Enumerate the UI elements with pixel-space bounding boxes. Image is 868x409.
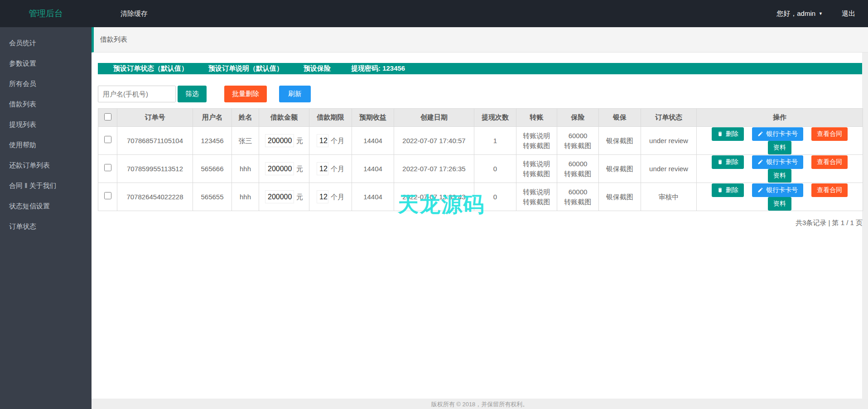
cell-created-date: 2022-07-07 17:26:35 — [394, 155, 474, 183]
sidebar-item-withdraw-list[interactable]: 提现列表 — [0, 114, 92, 135]
sidebar-item-repayment-orders[interactable]: 还款订单列表 — [0, 155, 92, 175]
header-operations: 操作 — [697, 109, 863, 127]
preset-order-description-link[interactable]: 预设订单说明（默认值） — [208, 64, 283, 73]
transfer-screenshot-link[interactable]: 转账截图 — [523, 142, 550, 149]
insurance-screenshot-link[interactable]: 转账截图 — [564, 170, 592, 178]
sidebar-nav: 会员统计 参数设置 所有会员 借款列表 提现列表 使用帮助 还款订单列表 合同 … — [0, 27, 92, 409]
app-brand[interactable]: 管理后台 — [0, 8, 92, 19]
sidebar-item-all-members[interactable]: 所有会员 — [0, 73, 92, 94]
content-panel: 预设订单状态（默认值） 预设订单说明（默认值） 预设保险 提现密码: 12345… — [92, 53, 862, 399]
bulk-delete-button[interactable]: 批量删除 — [224, 86, 267, 102]
transfer-screenshot-link[interactable]: 转账截图 — [523, 198, 550, 206]
loan-term-input[interactable]: 12 — [317, 190, 328, 203]
main-layout: 会员统计 参数设置 所有会员 借款列表 提现列表 使用帮助 还款订单列表 合同 … — [0, 27, 868, 409]
cell-username: 565666 — [193, 155, 232, 183]
select-all-checkbox[interactable] — [104, 113, 111, 120]
insurance-screenshot-link[interactable]: 转账截图 — [564, 142, 592, 149]
loan-amount-input[interactable]: 200000 — [265, 134, 294, 147]
header-select-all — [98, 109, 117, 127]
user-greeting-label: 您好，admin — [776, 10, 815, 18]
trash-icon — [717, 187, 723, 193]
cell-name: hhh — [232, 155, 259, 183]
transfer-note-link[interactable]: 转账说明 — [523, 160, 550, 168]
cell-order-status: under review — [641, 127, 697, 155]
preset-insurance-link[interactable]: 预设保险 — [304, 64, 331, 73]
sidebar-item-status-sms[interactable]: 状态短信设置 — [0, 196, 92, 216]
table-row: 707826454022228 565655 hhh 200000元 12个月 … — [98, 183, 863, 211]
loan-term-input[interactable]: 12 — [317, 134, 328, 147]
sidebar-item-member-stats[interactable]: 会员统计 — [0, 33, 92, 53]
header-expected-profit: 预期收益 — [352, 109, 394, 127]
cell-withdraw-count: 0 — [474, 183, 516, 211]
username-search-input[interactable] — [98, 86, 176, 102]
view-contract-button[interactable]: 查看合同 — [811, 127, 848, 141]
cell-withdraw-count: 1 — [474, 127, 516, 155]
profile-button[interactable]: 资料 — [768, 197, 791, 211]
clear-cache-button[interactable]: 清除缓存 — [121, 10, 148, 18]
sidebar-item-contract-about[interactable]: 合同 ‖ 关于我们 — [0, 175, 92, 196]
header-order-status: 订单状态 — [641, 109, 697, 127]
withdraw-password-label: 提现密码: 123456 — [351, 64, 405, 73]
row-checkbox[interactable] — [104, 192, 111, 199]
transfer-note-link[interactable]: 转账说明 — [523, 132, 550, 140]
view-contract-button[interactable]: 查看合同 — [811, 183, 848, 197]
loan-amount-input[interactable]: 200000 — [265, 162, 294, 175]
insurance-screenshot-link[interactable]: 转账截图 — [564, 198, 592, 206]
orders-table: 订单号 用户名 姓名 借款金额 借款期限 预期收益 创建日期 提现次数 转账 保… — [98, 108, 863, 211]
insurance-amount: 60000 — [569, 160, 588, 168]
silver-screenshot-link[interactable]: 银保截图 — [606, 137, 633, 144]
sidebar-item-order-status[interactable]: 订单状态 — [0, 216, 92, 236]
yuan-unit-label: 元 — [296, 137, 303, 144]
transfer-note-link[interactable]: 转账说明 — [523, 188, 550, 196]
month-unit-label: 个月 — [331, 137, 344, 144]
preset-bar: 预设订单状态（默认值） 预设订单说明（默认值） 预设保险 提现密码: 12345… — [98, 63, 862, 74]
silver-screenshot-link[interactable]: 银保截图 — [606, 193, 633, 201]
sidebar-item-parameter-settings[interactable]: 参数设置 — [0, 53, 92, 73]
row-checkbox[interactable] — [104, 164, 111, 171]
filter-button[interactable]: 筛选 — [178, 86, 207, 102]
cell-created-date: 2022-07-07 17:40:57 — [394, 127, 474, 155]
view-contract-button[interactable]: 查看合同 — [811, 155, 848, 169]
table-row: 707868571105104 123456 张三 200000元 12个月 1… — [98, 127, 863, 155]
insurance-amount: 60000 — [569, 188, 588, 196]
top-navbar: 管理后台 清除缓存 您好，admin ▼ 退出 — [0, 0, 868, 27]
sidebar-item-help[interactable]: 使用帮助 — [0, 135, 92, 155]
loan-term-input[interactable]: 12 — [317, 162, 328, 175]
breadcrumb: 借款列表 — [92, 27, 868, 53]
trash-icon — [717, 159, 723, 165]
pagination-summary: 共3条记录 | 第 1 / 1 页 — [98, 219, 863, 227]
header-insurance: 保险 — [557, 109, 599, 127]
pencil-icon — [757, 159, 763, 165]
transfer-screenshot-link[interactable]: 转账截图 — [523, 170, 550, 178]
delete-button[interactable]: 删除 — [712, 183, 744, 197]
cell-username: 123456 — [193, 127, 232, 155]
table-row: 707859955113512 565666 hhh 200000元 12个月 … — [98, 155, 863, 183]
profile-button[interactable]: 资料 — [768, 169, 791, 183]
profile-button[interactable]: 资料 — [768, 141, 791, 154]
bank-card-button[interactable]: 银行卡卡号 — [752, 183, 803, 197]
header-name: 姓名 — [232, 109, 259, 127]
yuan-unit-label: 元 — [296, 165, 303, 173]
pencil-icon — [757, 187, 763, 193]
table-header-row: 订单号 用户名 姓名 借款金额 借款期限 预期收益 创建日期 提现次数 转账 保… — [98, 109, 863, 127]
cell-order-no: 707826454022228 — [117, 183, 193, 211]
logout-button[interactable]: 退出 — [842, 10, 855, 18]
filter-toolbar: 筛选 批量删除 刷新 — [98, 86, 862, 102]
row-checkbox[interactable] — [104, 136, 111, 143]
cell-created-date: 2022-07-07 13:33:43 — [394, 183, 474, 211]
refresh-button[interactable]: 刷新 — [279, 86, 311, 102]
loan-amount-input[interactable]: 200000 — [265, 190, 294, 203]
header-withdraw-count: 提现次数 — [474, 109, 516, 127]
bank-card-button[interactable]: 银行卡卡号 — [752, 127, 803, 141]
trash-icon — [717, 131, 723, 137]
cell-order-no: 707868571105104 — [117, 127, 193, 155]
yuan-unit-label: 元 — [296, 193, 303, 201]
bank-card-button[interactable]: 银行卡卡号 — [752, 155, 803, 169]
silver-screenshot-link[interactable]: 银保截图 — [606, 165, 633, 173]
sidebar-item-loan-list[interactable]: 借款列表 — [0, 94, 92, 114]
user-menu[interactable]: 您好，admin ▼ — [776, 10, 823, 18]
cell-name: hhh — [232, 183, 259, 211]
preset-order-status-link[interactable]: 预设订单状态（默认值） — [113, 64, 188, 73]
delete-button[interactable]: 删除 — [712, 155, 744, 169]
delete-button[interactable]: 删除 — [712, 127, 744, 141]
